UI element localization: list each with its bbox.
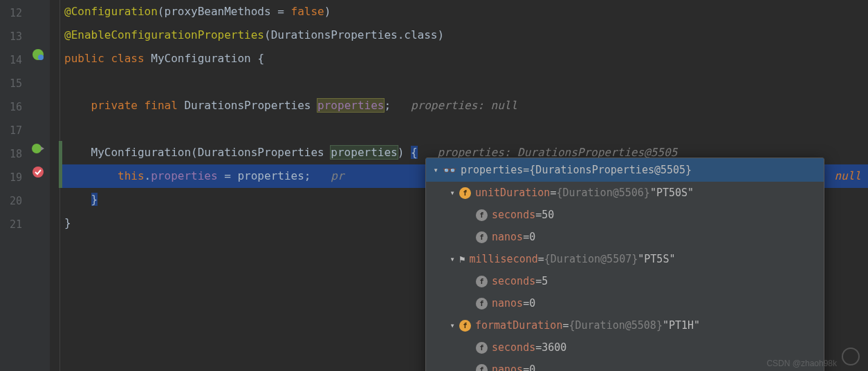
watermark-text: CSDN @zhaoh98k [766, 359, 837, 368]
field-icon: f [476, 276, 488, 287]
flag-icon: ⚑ [459, 254, 465, 265]
line-number: 21 [0, 213, 28, 236]
field-icon: f [476, 209, 488, 221]
field-icon: f [476, 231, 488, 243]
line-number: 20 [0, 189, 28, 213]
debug-node-row[interactable]: ▾ ⚑ millisecond = {Duration@5507} "PT5S" [426, 248, 824, 270]
debug-node-row[interactable]: ▾ f formatDuration = {Duration@5508} "PT… [426, 314, 824, 336]
line-number: 19 [0, 166, 28, 189]
code-line[interactable] [64, 70, 868, 94]
inline-null-value: null [834, 164, 861, 188]
run-to-line-icon[interactable] [32, 142, 44, 158]
field-icon: f [459, 320, 471, 332]
debug-root-row[interactable]: ▾ 👓 properties = {DurationsProperties@55… [426, 158, 824, 182]
debug-leaf-row[interactable]: f nanos = 0 [426, 226, 824, 248]
line-number: 17 [0, 119, 28, 142]
field-icon: f [476, 298, 488, 310]
debug-leaf-row[interactable]: f seconds = 50 [426, 204, 824, 226]
watch-glasses-icon: 👓 [443, 164, 456, 177]
code-line[interactable]: @EnableConfigurationProperties(Durations… [64, 23, 868, 47]
line-number: 15 [0, 72, 28, 95]
svg-point-1 [38, 55, 44, 60]
field-icon: f [459, 187, 471, 199]
line-number: 16 [0, 95, 28, 119]
debug-leaf-row[interactable]: f seconds = 3600 [426, 336, 824, 359]
debug-leaf-row[interactable]: f nanos = 0 [426, 359, 824, 371]
code-line[interactable]: public class MyConfiguration { [64, 47, 868, 70]
field-icon: f [476, 364, 488, 372]
line-number: 12 [0, 1, 28, 25]
chevron-down-icon[interactable]: ▾ [447, 187, 458, 198]
svg-point-2 [32, 144, 41, 153]
chevron-down-icon[interactable]: ▾ [447, 320, 458, 331]
debug-leaf-row[interactable]: f nanos = 0 [426, 292, 824, 314]
debug-variables-popup[interactable]: ▾ 👓 properties = {DurationsProperties@55… [425, 158, 824, 371]
spring-bean-icon[interactable] [32, 48, 44, 64]
debug-node-row[interactable]: ▾ f unitDuration = {Duration@5506} "PT50… [426, 182, 824, 204]
line-number: 13 [0, 25, 28, 48]
chevron-down-icon[interactable]: ▾ [430, 164, 441, 175]
line-number-gutter: 12 13 14 15 16 17 18 19 20 21 [0, 0, 28, 371]
chevron-down-icon[interactable]: ▾ [447, 254, 458, 265]
code-line[interactable]: @Configuration(proxyBeanMethods = false) [64, 0, 868, 23]
breakpoint-icon[interactable] [32, 166, 44, 181]
line-number: 14 [0, 48, 28, 72]
code-line[interactable]: private final DurationsProperties proper… [64, 94, 868, 117]
debug-leaf-row[interactable]: f seconds = 5 [426, 270, 824, 292]
ide-corner-icon [842, 348, 860, 365]
vcs-change-marker[interactable] [59, 141, 62, 188]
line-number: 18 [0, 142, 28, 166]
field-icon: f [476, 342, 488, 354]
gutter-icon-column [28, 0, 50, 371]
svg-point-3 [33, 167, 44, 178]
code-line[interactable] [64, 117, 868, 141]
